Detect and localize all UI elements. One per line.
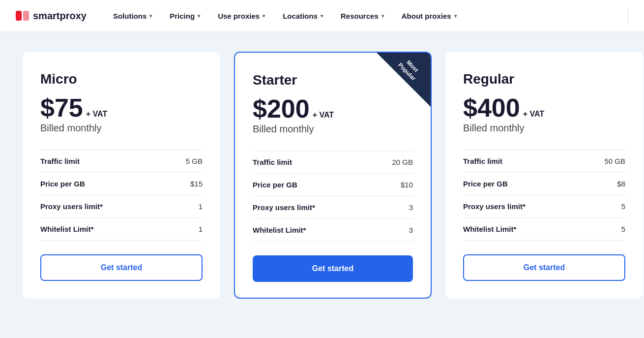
price-vat-starter: + VAT (313, 111, 334, 120)
feature-value: 20 GB (373, 151, 413, 174)
plan-name-regular: Regular (463, 71, 625, 87)
features-table-starter: Traffic limit 20 GB Price per GB $10 Pro… (253, 151, 413, 242)
nav-menu: Solutions ▾ Pricing ▾ Use proxies ▾ Loca… (104, 0, 466, 32)
feature-row: Whitelist Limit* 3 (253, 219, 413, 242)
feature-row: Whitelist Limit* 5 (463, 218, 625, 241)
logo-icon (16, 11, 29, 21)
feature-value: 5 GB (168, 150, 203, 173)
nav-label-about-proxies: About proxies (402, 12, 451, 20)
logo-dot-right (23, 11, 29, 21)
features-table-regular: Traffic limit 50 GB Price per GB $8 Prox… (463, 150, 625, 241)
nav-item-resources[interactable]: Resources ▾ (332, 0, 393, 32)
feature-value: 1 (168, 195, 203, 218)
plan-name-starter: Starter (253, 72, 413, 88)
feature-row: Price per GB $8 (463, 173, 625, 195)
pricing-grid: Micro $75 + VAT Billed monthly Traffic l… (16, 52, 628, 299)
feature-value: 3 (373, 196, 413, 219)
feature-label: Price per GB (463, 173, 585, 195)
nav-divider (628, 8, 628, 23)
pricing-card-starter: MostPopular Starter $200 + VAT Billed mo… (234, 52, 432, 299)
feature-row: Price per GB $10 (253, 174, 413, 196)
chevron-down-icon: ▾ (321, 13, 323, 19)
logo[interactable]: smartproxy (16, 10, 87, 22)
logo-text: smartproxy (33, 10, 87, 22)
feature-row: Whitelist Limit* 1 (40, 218, 203, 241)
pricing-card-micro: Micro $75 + VAT Billed monthly Traffic l… (23, 52, 220, 299)
billing-period-micro: Billed monthly (40, 123, 203, 134)
main-content: Micro $75 + VAT Billed monthly Traffic l… (0, 32, 644, 338)
feature-value: $10 (373, 174, 413, 196)
feature-row: Proxy users limit* 1 (40, 195, 203, 218)
price-amount-regular: $400 (463, 95, 520, 121)
feature-label: Proxy users limit* (253, 196, 373, 219)
feature-value: $15 (168, 173, 203, 195)
feature-label: Whitelist Limit* (40, 218, 168, 241)
feature-value: 1 (168, 218, 203, 241)
features-table-micro: Traffic limit 5 GB Price per GB $15 Prox… (40, 150, 203, 241)
price-row-regular: $400 + VAT (463, 95, 625, 121)
nav-label-use-proxies: Use proxies (218, 12, 260, 20)
nav-item-pricing[interactable]: Pricing ▾ (161, 0, 209, 32)
price-row-micro: $75 + VAT (40, 95, 203, 121)
cta-button-starter[interactable]: Get started (253, 255, 413, 282)
feature-row: Traffic limit 20 GB (253, 151, 413, 174)
feature-label: Whitelist Limit* (463, 218, 585, 241)
feature-value: 5 (585, 218, 625, 241)
nav-label-solutions: Solutions (113, 12, 146, 20)
nav-label-resources: Resources (341, 12, 379, 20)
price-row-starter: $200 + VAT (253, 96, 413, 122)
navbar: smartproxy Solutions ▾ Pricing ▾ Use pro… (0, 0, 644, 32)
cta-button-regular[interactable]: Get started (463, 254, 625, 281)
feature-row: Traffic limit 5 GB (40, 150, 203, 173)
chevron-down-icon: ▾ (198, 13, 200, 19)
feature-label: Price per GB (253, 174, 373, 196)
nav-label-locations: Locations (283, 12, 318, 20)
cta-button-micro[interactable]: Get started (40, 254, 203, 281)
nav-item-about-proxies[interactable]: About proxies ▾ (393, 0, 466, 32)
feature-value: 3 (373, 219, 413, 242)
price-amount-starter: $200 (253, 96, 310, 122)
chevron-down-icon: ▾ (149, 13, 152, 19)
logo-dot-left (16, 11, 22, 21)
billing-period-regular: Billed monthly (463, 123, 625, 134)
price-vat-regular: + VAT (523, 110, 544, 119)
feature-row: Traffic limit 50 GB (463, 150, 625, 173)
nav-item-use-proxies[interactable]: Use proxies ▾ (209, 0, 274, 32)
feature-row: Price per GB $15 (40, 173, 203, 195)
feature-value: 50 GB (585, 150, 625, 173)
feature-label: Traffic limit (463, 150, 585, 173)
chevron-down-icon: ▾ (381, 13, 384, 19)
nav-label-pricing: Pricing (170, 12, 195, 20)
feature-label: Proxy users limit* (40, 195, 168, 218)
chevron-down-icon: ▾ (263, 13, 265, 19)
feature-row: Proxy users limit* 5 (463, 195, 625, 218)
feature-label: Price per GB (40, 173, 168, 195)
nav-item-locations[interactable]: Locations ▾ (274, 0, 332, 32)
feature-row: Proxy users limit* 3 (253, 196, 413, 219)
feature-value: $8 (585, 173, 625, 195)
price-vat-micro: + VAT (86, 110, 107, 119)
price-amount-micro: $75 (40, 95, 83, 121)
pricing-card-regular: Regular $400 + VAT Billed monthly Traffi… (445, 52, 643, 299)
feature-label: Traffic limit (40, 150, 168, 173)
feature-label: Whitelist Limit* (253, 219, 373, 242)
feature-label: Proxy users limit* (463, 195, 585, 218)
chevron-down-icon: ▾ (454, 13, 457, 19)
plan-name-micro: Micro (40, 71, 203, 87)
feature-value: 5 (585, 195, 625, 218)
nav-item-solutions[interactable]: Solutions ▾ (104, 0, 161, 32)
feature-label: Traffic limit (253, 151, 373, 174)
billing-period-starter: Billed monthly (253, 123, 413, 135)
